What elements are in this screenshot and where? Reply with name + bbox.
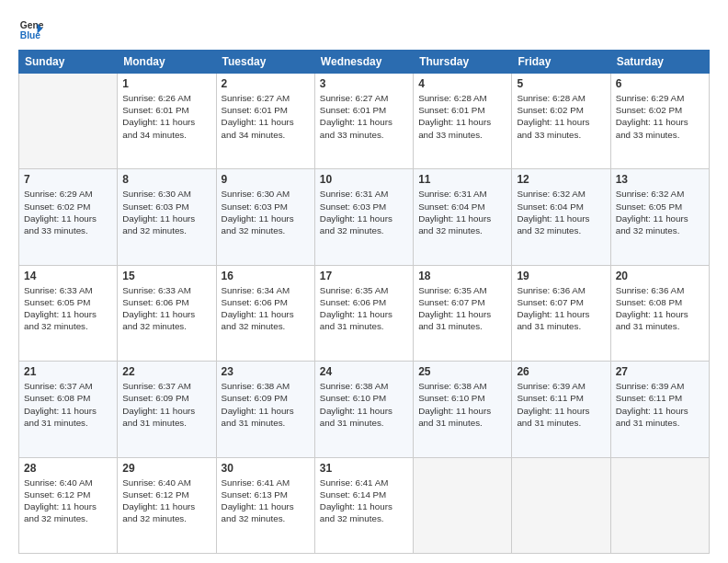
day-number: 4 [418, 77, 506, 90]
day-number: 24 [320, 365, 408, 378]
calendar-cell: 8Sunrise: 6:30 AMSunset: 6:03 PMDaylight… [118, 169, 216, 265]
day-info: Sunrise: 6:28 AMSunset: 6:02 PMDaylight:… [517, 92, 605, 141]
day-number: 21 [24, 365, 112, 378]
day-info: Sunrise: 6:39 AMSunset: 6:11 PMDaylight:… [517, 380, 605, 429]
day-number: 15 [122, 270, 210, 282]
day-info: Sunrise: 6:29 AMSunset: 6:02 PMDaylight:… [616, 92, 704, 141]
day-info: Sunrise: 6:33 AMSunset: 6:06 PMDaylight:… [122, 284, 210, 333]
calendar-cell: 13Sunrise: 6:32 AMSunset: 6:05 PMDayligh… [610, 169, 709, 265]
calendar-cell: 20Sunrise: 6:36 AMSunset: 6:08 PMDayligh… [610, 265, 709, 361]
day-info: Sunrise: 6:32 AMSunset: 6:04 PMDaylight:… [517, 188, 605, 236]
logo: General Blue [18, 17, 48, 42]
weekday-header-monday: Monday [118, 51, 216, 74]
day-info: Sunrise: 6:31 AMSunset: 6:04 PMDaylight:… [418, 188, 506, 236]
day-number: 12 [517, 173, 605, 186]
weekday-header-saturday: Saturday [610, 51, 709, 74]
day-info: Sunrise: 6:41 AMSunset: 6:14 PMDaylight:… [320, 477, 408, 525]
day-info: Sunrise: 6:37 AMSunset: 6:09 PMDaylight:… [122, 380, 210, 429]
day-info: Sunrise: 6:36 AMSunset: 6:07 PMDaylight:… [517, 284, 605, 333]
weekday-header-row: SundayMondayTuesdayWednesdayThursdayFrid… [19, 51, 710, 74]
calendar-cell: 29Sunrise: 6:40 AMSunset: 6:12 PMDayligh… [118, 457, 216, 553]
day-info: Sunrise: 6:35 AMSunset: 6:06 PMDaylight:… [320, 284, 408, 333]
calendar-cell: 2Sunrise: 6:27 AMSunset: 6:01 PMDaylight… [216, 74, 314, 169]
day-number: 10 [320, 173, 408, 186]
day-info: Sunrise: 6:31 AMSunset: 6:03 PMDaylight:… [320, 188, 408, 236]
day-number: 27 [616, 365, 704, 378]
day-info: Sunrise: 6:35 AMSunset: 6:07 PMDaylight:… [418, 284, 506, 333]
day-info: Sunrise: 6:30 AMSunset: 6:03 PMDaylight:… [122, 188, 210, 236]
day-number: 6 [616, 77, 704, 90]
day-info: Sunrise: 6:37 AMSunset: 6:08 PMDaylight:… [24, 380, 112, 429]
calendar-cell: 7Sunrise: 6:29 AMSunset: 6:02 PMDaylight… [19, 169, 118, 265]
weekday-header-sunday: Sunday [19, 51, 118, 74]
calendar-cell: 27Sunrise: 6:39 AMSunset: 6:11 PMDayligh… [610, 362, 709, 457]
day-info: Sunrise: 6:38 AMSunset: 6:10 PMDaylight:… [418, 380, 506, 429]
calendar-cell [512, 457, 610, 553]
weekday-header-friday: Friday [512, 51, 610, 74]
calendar-cell: 19Sunrise: 6:36 AMSunset: 6:07 PMDayligh… [512, 265, 610, 361]
calendar-cell: 14Sunrise: 6:33 AMSunset: 6:05 PMDayligh… [19, 265, 118, 361]
calendar-cell: 6Sunrise: 6:29 AMSunset: 6:02 PMDaylight… [610, 74, 709, 169]
day-info: Sunrise: 6:38 AMSunset: 6:10 PMDaylight:… [320, 380, 408, 429]
calendar-cell: 12Sunrise: 6:32 AMSunset: 6:04 PMDayligh… [512, 169, 610, 265]
calendar-cell [414, 457, 512, 553]
day-number: 8 [122, 173, 210, 186]
day-number: 14 [24, 270, 112, 282]
day-info: Sunrise: 6:28 AMSunset: 6:01 PMDaylight:… [418, 92, 506, 141]
day-info: Sunrise: 6:40 AMSunset: 6:12 PMDaylight:… [122, 477, 210, 525]
calendar-cell: 9Sunrise: 6:30 AMSunset: 6:03 PMDaylight… [216, 169, 314, 265]
day-number: 28 [24, 462, 112, 475]
day-number: 7 [24, 173, 112, 186]
calendar-cell: 21Sunrise: 6:37 AMSunset: 6:08 PMDayligh… [19, 362, 118, 457]
day-number: 31 [320, 462, 408, 475]
day-info: Sunrise: 6:38 AMSunset: 6:09 PMDaylight:… [222, 380, 310, 429]
calendar-table: SundayMondayTuesdayWednesdayThursdayFrid… [18, 50, 710, 554]
day-number: 30 [222, 462, 310, 475]
calendar-week-2: 7Sunrise: 6:29 AMSunset: 6:02 PMDaylight… [19, 169, 710, 265]
day-number: 19 [517, 270, 605, 282]
day-number: 23 [222, 365, 310, 378]
calendar-cell: 24Sunrise: 6:38 AMSunset: 6:10 PMDayligh… [314, 362, 413, 457]
day-number: 13 [616, 173, 704, 186]
calendar-cell: 1Sunrise: 6:26 AMSunset: 6:01 PMDaylight… [118, 74, 216, 169]
day-number: 1 [122, 77, 210, 90]
day-number: 18 [418, 270, 506, 282]
day-info: Sunrise: 6:33 AMSunset: 6:05 PMDaylight:… [24, 284, 112, 333]
calendar-cell: 25Sunrise: 6:38 AMSunset: 6:10 PMDayligh… [414, 362, 512, 457]
page: General Blue SundayMondayTuesdayWednesda… [0, 0, 728, 563]
calendar-week-1: 1Sunrise: 6:26 AMSunset: 6:01 PMDaylight… [19, 74, 710, 169]
calendar-cell [19, 74, 118, 169]
day-info: Sunrise: 6:40 AMSunset: 6:12 PMDaylight:… [24, 477, 112, 525]
day-info: Sunrise: 6:32 AMSunset: 6:05 PMDaylight:… [616, 188, 704, 236]
calendar-cell: 15Sunrise: 6:33 AMSunset: 6:06 PMDayligh… [118, 265, 216, 361]
day-number: 3 [320, 77, 408, 90]
day-number: 11 [418, 173, 506, 186]
day-number: 25 [418, 365, 506, 378]
weekday-header-tuesday: Tuesday [216, 51, 314, 74]
day-number: 5 [517, 77, 605, 90]
calendar-cell: 3Sunrise: 6:27 AMSunset: 6:01 PMDaylight… [314, 74, 413, 169]
day-number: 17 [320, 270, 408, 282]
day-info: Sunrise: 6:29 AMSunset: 6:02 PMDaylight:… [24, 188, 112, 236]
day-number: 22 [122, 365, 210, 378]
calendar-cell: 26Sunrise: 6:39 AMSunset: 6:11 PMDayligh… [512, 362, 610, 457]
calendar-cell: 10Sunrise: 6:31 AMSunset: 6:03 PMDayligh… [314, 169, 413, 265]
calendar-cell: 16Sunrise: 6:34 AMSunset: 6:06 PMDayligh… [216, 265, 314, 361]
calendar-cell: 23Sunrise: 6:38 AMSunset: 6:09 PMDayligh… [216, 362, 314, 457]
weekday-header-wednesday: Wednesday [314, 51, 413, 74]
day-info: Sunrise: 6:36 AMSunset: 6:08 PMDaylight:… [616, 284, 704, 333]
day-info: Sunrise: 6:30 AMSunset: 6:03 PMDaylight:… [222, 188, 310, 236]
day-number: 29 [122, 462, 210, 475]
header: General Blue [18, 17, 710, 42]
day-number: 9 [222, 173, 310, 186]
day-number: 2 [222, 77, 310, 90]
calendar-cell: 31Sunrise: 6:41 AMSunset: 6:14 PMDayligh… [314, 457, 413, 553]
day-info: Sunrise: 6:26 AMSunset: 6:01 PMDaylight:… [122, 92, 210, 141]
day-info: Sunrise: 6:39 AMSunset: 6:11 PMDaylight:… [616, 380, 704, 429]
day-info: Sunrise: 6:34 AMSunset: 6:06 PMDaylight:… [222, 284, 310, 333]
calendar-cell: 17Sunrise: 6:35 AMSunset: 6:06 PMDayligh… [314, 265, 413, 361]
weekday-header-thursday: Thursday [414, 51, 512, 74]
day-number: 26 [517, 365, 605, 378]
day-info: Sunrise: 6:27 AMSunset: 6:01 PMDaylight:… [222, 92, 310, 141]
day-info: Sunrise: 6:27 AMSunset: 6:01 PMDaylight:… [320, 92, 408, 141]
